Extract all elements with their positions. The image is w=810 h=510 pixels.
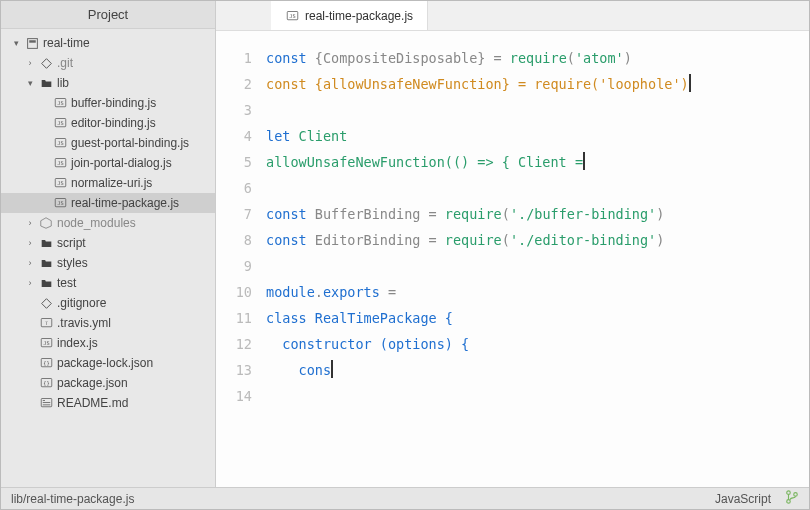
tree-item-folder[interactable]: › script [1,233,215,253]
json-file-icon: {} [39,376,53,390]
status-bar: lib/real-time-package.js JavaScript [1,487,809,509]
tree-item-file[interactable]: JS normalize-uri.js [1,173,215,193]
tree-item-file[interactable]: JS join-portal-dialog.js [1,153,215,173]
tree-item-file[interactable]: {} package-lock.json [1,353,215,373]
tree-item-lib[interactable]: ▾ lib [1,73,215,93]
svg-rect-0 [27,38,37,48]
yml-file-icon: T [39,316,53,330]
svg-text:T: T [45,321,48,326]
chevron-right-icon[interactable]: › [25,278,35,288]
svg-text:{}: {} [43,380,49,386]
tree-item-label: index.js [57,336,98,350]
editor-area: JS real-time-package.js 1234567891011121… [216,1,809,487]
folder-icon [39,276,53,290]
tree-item-file[interactable]: T .travis.yml [1,313,215,333]
repo-icon [25,36,39,50]
svg-text:JS: JS [57,100,63,106]
folder-icon [39,76,53,90]
tree-item-label: node_modules [57,216,136,230]
folder-icon [39,256,53,270]
tree-root-label: real-time [43,36,90,50]
diamond-icon [39,296,53,310]
js-file-icon: JS [53,96,67,110]
svg-text:JS: JS [57,160,63,166]
svg-rect-28 [42,405,50,406]
md-file-icon [39,396,53,410]
tree-item-label: .gitignore [57,296,106,310]
tree-item-label: real-time-package.js [71,196,179,210]
svg-point-32 [787,500,791,504]
tree-item-label: buffer-binding.js [71,96,156,110]
js-file-icon: JS [53,136,67,150]
git-branch-icon[interactable] [785,490,799,507]
chevron-down-icon[interactable]: ▾ [11,38,21,48]
svg-marker-2 [41,58,51,68]
tab-active[interactable]: JS real-time-package.js [271,1,428,30]
js-file-icon: JS [285,9,299,23]
svg-point-33 [794,493,798,497]
svg-point-31 [787,491,791,495]
tree-item-file[interactable]: README.md [1,393,215,413]
tree-item-label: .travis.yml [57,316,111,330]
js-file-icon: JS [39,336,53,350]
tree-item-file-active[interactable]: JS real-time-package.js [1,193,215,213]
diamond-icon [39,56,53,70]
tree-item-label: styles [57,256,88,270]
js-file-icon: JS [53,196,67,210]
chevron-right-icon[interactable]: › [25,238,35,248]
folder-icon [39,236,53,250]
main-layout: Project ▾ real-time › .git ▾ lib [1,1,809,487]
tab-label: real-time-package.js [305,9,413,23]
js-file-icon: JS [53,176,67,190]
tree-item-folder[interactable]: › test [1,273,215,293]
chevron-down-icon[interactable]: ▾ [25,78,35,88]
js-file-icon: JS [53,156,67,170]
tree-item-file[interactable]: JS buffer-binding.js [1,93,215,113]
code-editor[interactable]: 1234567891011121314 const {CompositeDisp… [216,31,809,487]
tree-root[interactable]: ▾ real-time [1,33,215,53]
tree-item-file[interactable]: JS index.js [1,333,215,353]
tree-item-label: guest-portal-binding.js [71,136,189,150]
tree-item-git[interactable]: › .git [1,53,215,73]
line-gutter: 1234567891011121314 [216,45,266,487]
tree-item-file[interactable]: .gitignore [1,293,215,313]
svg-text:JS: JS [43,340,49,346]
status-path[interactable]: lib/real-time-package.js [11,492,134,506]
tree-item-label: test [57,276,76,290]
chevron-right-icon[interactable]: › [25,218,35,228]
svg-text:{}: {} [43,360,49,366]
tree-item-file[interactable]: JS editor-binding.js [1,113,215,133]
svg-text:JS: JS [289,13,295,19]
tree-item-folder[interactable]: › styles [1,253,215,273]
tree-item-file[interactable]: JS guest-portal-binding.js [1,133,215,153]
tree-item-nodemodules[interactable]: › node_modules [1,213,215,233]
svg-marker-16 [41,298,51,308]
svg-rect-26 [42,400,44,401]
svg-text:JS: JS [57,140,63,146]
tree-item-label: normalize-uri.js [71,176,152,190]
sidebar-title: Project [1,1,215,29]
code-content[interactable]: const {CompositeDisposable} = require('a… [266,45,809,487]
svg-text:JS: JS [57,180,63,186]
tree-item-label: .git [57,56,73,70]
package-icon [39,216,53,230]
tree-item-label: README.md [57,396,128,410]
tree-item-file[interactable]: {} package.json [1,373,215,393]
json-file-icon: {} [39,356,53,370]
tree-item-label: script [57,236,86,250]
js-file-icon: JS [53,116,67,130]
tree-item-label: package-lock.json [57,356,153,370]
chevron-right-icon[interactable]: › [25,258,35,268]
svg-rect-1 [29,40,36,42]
tree-item-label: join-portal-dialog.js [71,156,172,170]
tree-item-label: editor-binding.js [71,116,156,130]
status-language[interactable]: JavaScript [715,492,771,506]
svg-text:JS: JS [57,200,63,206]
tab-bar[interactable]: JS real-time-package.js [216,1,809,31]
svg-text:JS: JS [57,120,63,126]
project-sidebar: Project ▾ real-time › .git ▾ lib [1,1,216,487]
svg-marker-15 [41,218,52,229]
svg-rect-27 [42,402,50,403]
chevron-right-icon[interactable]: › [25,58,35,68]
project-tree[interactable]: ▾ real-time › .git ▾ lib JS buffer-bindi… [1,29,215,487]
